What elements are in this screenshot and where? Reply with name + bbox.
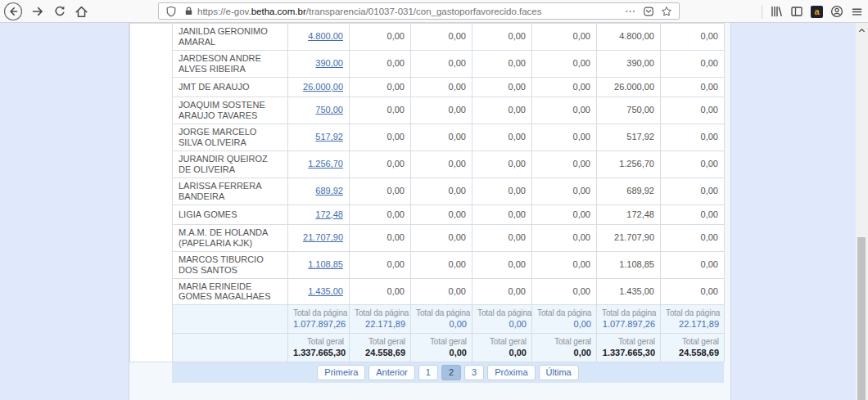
value-cell: 517,92 (597, 124, 661, 151)
table-row: JMT DE ARAUJO26.000,000,000,000,000,0026… (130, 77, 725, 97)
menu-button[interactable] (851, 6, 863, 18)
total-label: Total da página (666, 308, 719, 318)
total-value: 22.171,89 (666, 319, 719, 330)
table-row: MARCOS TIBURCIO DOS SANTOS1.108,850,000,… (130, 251, 725, 278)
value-cell: 0,00 (532, 204, 597, 224)
home-button[interactable] (70, 1, 92, 22)
value-cell: 0,00 (350, 50, 411, 77)
value-cell: 0,00 (532, 151, 597, 178)
total-label: Total da página (293, 308, 344, 318)
page-actions-button[interactable]: ⋯ (621, 5, 640, 17)
browser-toolbar: https://e-gov.betha.com.br/transparencia… (0, 0, 868, 23)
value-cell: 0,00 (350, 278, 411, 305)
value-cell: 0,00 (350, 97, 411, 124)
table-row: JANILDA GERONIMO AMARAL4.800,000,000,000… (130, 24, 725, 51)
value-cell: 0,00 (472, 24, 532, 51)
payee-name: JORGE MARCELO SILVA OLIVEIRA (173, 124, 288, 151)
https-lock-icon[interactable] (180, 6, 197, 16)
total-value: 0,00 (477, 319, 527, 330)
amount-cell: 750,00 (288, 97, 350, 124)
library-icon (770, 5, 783, 18)
amazon-extension-button[interactable]: a (811, 6, 823, 18)
total-value: 0,00 (537, 348, 591, 358)
content-area: JANILDA GERONIMO AMARAL4.800,000,000,000… (129, 23, 731, 400)
total-value: 1.337.665,30 (293, 348, 344, 358)
pagination-button[interactable]: 1 (418, 365, 438, 380)
amount-link[interactable]: 517,92 (315, 132, 343, 142)
pagination-current-page[interactable]: 2 (441, 365, 461, 380)
total-cell: Total geral0,00 (411, 334, 472, 362)
payee-name: JARDESON ANDRE ALVES RIBEIRA (173, 50, 288, 77)
value-cell: 0,00 (350, 151, 411, 178)
total-label: Total geral (355, 337, 405, 347)
amount-link[interactable]: 21.707,90 (303, 232, 343, 242)
pocket-button[interactable] (640, 6, 658, 17)
value-cell: 0,00 (411, 124, 472, 151)
value-cell: 0,00 (411, 151, 472, 178)
pagination-button[interactable]: 3 (464, 365, 484, 380)
amount-cell: 26.000,00 (288, 77, 350, 97)
table-row: JURANDIR QUEIROZ DE OLIVEIRA1.256,700,00… (130, 151, 725, 178)
url-bar[interactable]: https://e-gov.betha.com.br/transparencia… (158, 2, 680, 20)
payee-name: MARCOS TIBURCIO DOS SANTOS (173, 251, 288, 278)
scrollbar-thumb[interactable] (857, 237, 866, 400)
total-cell: Total da página22.171,89 (661, 305, 725, 334)
amount-link[interactable]: 4.800,00 (308, 31, 343, 41)
value-cell: 0,00 (411, 97, 472, 124)
pagination-button[interactable]: Próxima (487, 365, 535, 380)
amount-link[interactable]: 172,48 (315, 209, 343, 219)
tracking-protection-shield-icon[interactable] (162, 6, 180, 17)
pagination-button[interactable]: Primeira (317, 365, 365, 380)
total-label: Total geral (537, 337, 591, 347)
value-cell: 0,00 (411, 178, 472, 204)
total-label: Total da página (416, 308, 467, 318)
url-text: https://e-gov.betha.com.br/transparencia… (197, 7, 621, 16)
value-cell: 1.435,00 (597, 278, 661, 305)
value-cell: 0,00 (532, 178, 597, 204)
value-cell: 0,00 (661, 24, 725, 51)
back-button[interactable] (2, 1, 24, 22)
rowspan-spacer-cell (130, 24, 173, 362)
amount-cell: 172,48 (288, 204, 350, 224)
total-label: Total geral (602, 337, 655, 347)
amount-cell: 689,92 (288, 178, 350, 204)
amount-cell: 1.108,85 (288, 251, 350, 278)
amount-link[interactable]: 1.108,85 (308, 259, 343, 269)
sidebar-toggle-button[interactable] (790, 5, 803, 18)
total-cell: Total da página0,00 (472, 305, 532, 334)
payee-name: M.A.M. DE HOLANDA (PAPELARIA KJK) (173, 224, 288, 251)
total-label: Total da página (355, 308, 405, 318)
amount-cell: 517,92 (288, 124, 350, 151)
value-cell: 0,00 (532, 24, 597, 51)
total-value: 1.077.897,26 (602, 319, 655, 330)
amount-link[interactable]: 26.000,00 (303, 82, 343, 92)
reload-icon (53, 5, 66, 18)
payee-name: LIGIA GOMES (173, 204, 288, 224)
total-cell: Total geral0,00 (472, 334, 532, 362)
forward-button[interactable] (27, 1, 48, 22)
value-cell: 390,00 (597, 50, 661, 77)
value-cell: 0,00 (350, 178, 411, 204)
amount-cell: 1.435,00 (288, 278, 350, 305)
value-cell: 0,00 (350, 224, 411, 251)
total-cell: Total da página1.077.897,26 (597, 305, 661, 334)
chevron-up-icon (857, 26, 866, 35)
pagination-button[interactable]: Última (539, 365, 579, 380)
amount-link[interactable]: 689,92 (315, 186, 343, 196)
amount-link[interactable]: 390,00 (315, 58, 343, 68)
value-cell: 0,00 (532, 97, 597, 124)
vertical-scrollbar[interactable] (856, 23, 868, 400)
scroll-up-button[interactable] (857, 25, 867, 36)
amount-link[interactable]: 750,00 (315, 105, 343, 115)
library-button[interactable] (770, 5, 783, 18)
bookmark-star-button[interactable] (658, 6, 676, 17)
amount-link[interactable]: 1.256,70 (308, 159, 343, 169)
account-button[interactable] (830, 5, 843, 18)
value-cell: 0,00 (350, 24, 411, 51)
pagination-button[interactable]: Anterior (368, 365, 415, 380)
total-cell: Total da página22.171,89 (350, 305, 411, 334)
value-cell: 0,00 (411, 278, 472, 305)
reload-button[interactable] (49, 1, 70, 22)
total-label: Total da página (537, 308, 591, 318)
amount-link[interactable]: 1.435,00 (308, 286, 343, 296)
